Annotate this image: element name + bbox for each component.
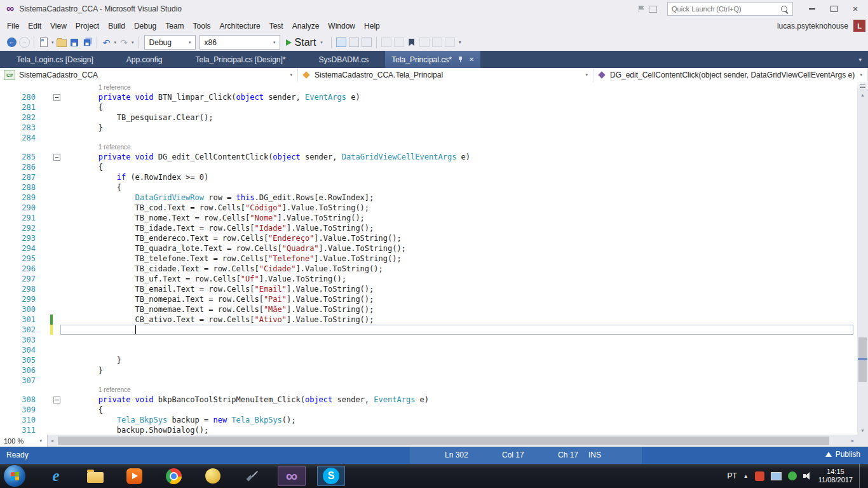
vertical-scrollbar[interactable]: ▲ ▼ [857, 82, 868, 435]
code-line[interactable]: 309 { [0, 405, 857, 415]
codelens-references[interactable]: 1 reference [98, 83, 131, 92]
tray-red-app-icon[interactable] [755, 471, 764, 481]
undo-button[interactable]: ↶ [100, 36, 113, 49]
toggle-bookmark-button[interactable] [405, 36, 418, 49]
code-line[interactable]: 301 CB_ativo.Text = row.Cells["Ativo"].V… [0, 315, 857, 325]
step-out-button[interactable] [444, 36, 456, 49]
solution-platform-select[interactable]: x86 ▾ [200, 35, 280, 50]
navigate-forward-button[interactable]: → [18, 36, 31, 49]
publish-button[interactable]: Publish [825, 450, 860, 459]
toolbar-overflow-button[interactable]: ▾ [459, 39, 461, 45]
menu-test[interactable]: Test [265, 19, 288, 33]
chevron-down-icon[interactable]: ▾ [51, 40, 54, 45]
user-avatar[interactable]: L [853, 20, 865, 32]
code-line[interactable]: 308 private void bkpBancoToolStripMenuIt… [0, 395, 857, 405]
fold-collapse-icon[interactable] [53, 396, 60, 403]
code-line[interactable]: 285 private void DG_edit_CellContentClic… [0, 152, 857, 162]
code-line[interactable]: 311 backup.ShowDialog(); [0, 425, 857, 435]
tray-display-icon[interactable] [771, 472, 782, 480]
code-line[interactable]: 298 TB_email.Text = row.Cells["Email"].V… [0, 284, 857, 294]
fold-collapse-icon[interactable] [53, 94, 60, 101]
menu-architecture[interactable]: Architecture [215, 19, 265, 33]
code-line[interactable]: 296 TB_cidade.Text = row.Cells["Cidade"]… [0, 264, 857, 274]
menu-analyze[interactable]: Analyze [288, 19, 324, 33]
notification-icon[interactable] [649, 6, 657, 13]
code-line[interactable]: 287 if (e.RowIndex >= 0) [0, 172, 857, 182]
signed-in-user[interactable]: lucas.psyteknohouse [777, 22, 848, 30]
type-dropdown[interactable]: SistemaCadastro_CCA.Tela_Principal ▾ [298, 68, 593, 82]
taskbar-chrome[interactable] [159, 466, 187, 486]
close-icon[interactable]: ✕ [469, 56, 474, 63]
scroll-right-icon[interactable]: ► [848, 435, 857, 447]
menu-window[interactable]: Window [323, 19, 360, 33]
code-line[interactable]: 293 TB_endereco.Text = row.Cells["Endere… [0, 233, 857, 243]
code-line[interactable]: 300 TB_nomemae.Text = row.Cells["Mãe"].V… [0, 304, 857, 315]
zoom-select[interactable]: 100 % ▾ [0, 435, 48, 447]
code-line[interactable]: 286 { [0, 162, 857, 172]
code-line[interactable]: 295 TB_telefone.Text = row.Cells["Telefo… [0, 254, 857, 264]
taskbar-utility-app[interactable] [238, 466, 266, 486]
code-line[interactable]: 310 Tela_BkpSys backup = new Tela_BkpSys… [0, 415, 857, 425]
tab-tela-login-cs-design[interactable]: Tela_Login.cs [Design] [0, 51, 110, 68]
chevron-down-icon[interactable]: ▾ [114, 40, 117, 45]
menu-team[interactable]: Team [161, 19, 188, 33]
chevron-down-icon[interactable]: ▾ [132, 40, 134, 45]
code-line[interactable]: 290 TB_cod.Text = row.Cells["Código"].Va… [0, 203, 857, 213]
code-line[interactable]: 288 { [0, 182, 857, 193]
editor-split-grip[interactable] [857, 82, 868, 90]
redo-button[interactable]: ↷ [118, 36, 130, 49]
menu-file[interactable]: File [3, 19, 24, 33]
taskbar-internet-explorer[interactable]: e [42, 466, 70, 486]
uncomment-selection-button[interactable] [360, 36, 373, 49]
open-file-button[interactable] [55, 36, 68, 49]
code-line[interactable]: 282 TB_pesquisar.Clear(); [0, 112, 857, 123]
tab-sysdbadm-cs[interactable]: SysDBADM.cs [302, 51, 386, 68]
code-line[interactable]: 297 TB_uf.Text = row.Cells["Uf"].Value.T… [0, 274, 857, 284]
hidden-icons-arrow[interactable]: ▲ [743, 473, 749, 479]
language-indicator[interactable]: PT [727, 471, 736, 480]
member-dropdown[interactable]: DG_edit_CellContentClick(object sender, … [593, 68, 868, 82]
taskbar-file-explorer[interactable] [81, 466, 109, 486]
tray-green-app-icon[interactable] [788, 471, 797, 480]
save-all-button[interactable] [81, 36, 93, 49]
project-dropdown[interactable]: C# SistemaCadastro_CCA ▾ [0, 68, 298, 82]
show-desktop-button[interactable] [859, 464, 863, 488]
quick-launch-input[interactable] [668, 5, 781, 13]
codelens-references[interactable]: 1 reference [98, 386, 131, 395]
code-line[interactable]: 305 } [0, 355, 857, 365]
tab-overflow-chevron[interactable]: ▾ [852, 57, 868, 63]
step-over-button[interactable] [418, 36, 431, 49]
line-outdent-button[interactable] [393, 36, 405, 49]
maximize-button[interactable] [825, 2, 843, 16]
code-line[interactable]: 299 TB_nomepai.Text = row.Cells["Pai"].V… [0, 294, 857, 304]
close-button[interactable]: ✕ [846, 2, 864, 16]
code-line[interactable]: 283 } [0, 123, 857, 133]
navigate-backward-button[interactable]: ← [5, 36, 18, 49]
code-line[interactable]: 284 [0, 133, 857, 143]
find-in-files-button[interactable] [335, 36, 348, 49]
quick-launch-search[interactable] [667, 2, 793, 16]
comment-selection-button[interactable] [348, 36, 360, 49]
tab-app-config[interactable]: App.config [110, 51, 179, 68]
code-line[interactable]: 303 [0, 335, 857, 345]
start-button[interactable] [4, 465, 25, 487]
scroll-down-icon[interactable]: ▼ [857, 426, 868, 435]
vertical-scroll-thumb[interactable] [858, 337, 867, 382]
horizontal-scroll-track[interactable] [57, 435, 848, 447]
feedback-icon[interactable] [639, 6, 645, 12]
code-line[interactable]: 280 private void BTN_limpar_Click(object… [0, 92, 857, 102]
taskbar-media-player[interactable] [120, 466, 148, 486]
horizontal-scroll-thumb[interactable] [58, 437, 829, 445]
volume-icon[interactable] [803, 472, 812, 480]
code-line[interactable]: 307 [0, 376, 857, 386]
taskbar-visual-studio[interactable]: ∞ [278, 466, 306, 486]
scroll-left-icon[interactable]: ◄ [48, 435, 57, 447]
code-line[interactable]: 291 TB_nome.Text = row.Cells["Nome"].Val… [0, 213, 857, 223]
solution-configuration-select[interactable]: Debug ▾ [144, 35, 196, 50]
menu-edit[interactable]: Edit [24, 19, 46, 33]
code-line[interactable]: 281 { [0, 102, 857, 112]
step-into-button[interactable] [431, 36, 444, 49]
new-file-button[interactable] [37, 36, 50, 49]
code-editor[interactable]: 1 reference280 private void BTN_limpar_C… [0, 82, 857, 435]
menu-build[interactable]: Build [104, 19, 130, 33]
